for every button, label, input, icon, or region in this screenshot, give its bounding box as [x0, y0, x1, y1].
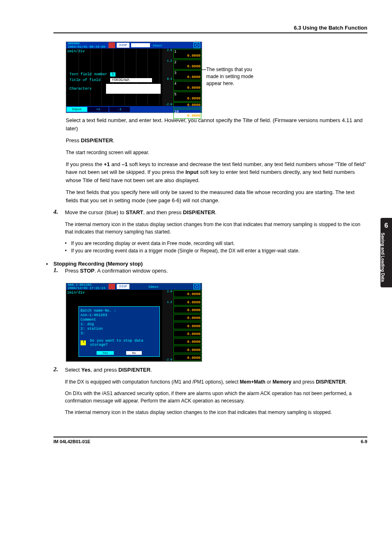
text-plusminus: If you press the +1 and –1 soft keys to …	[66, 160, 367, 185]
step-4: 4. Move the cursor (blue) to START, and …	[53, 208, 367, 254]
footer-page: 6-9	[361, 439, 367, 444]
step-number: 4.	[53, 208, 65, 254]
chapter-tab: 6 Saving and Loading Data	[380, 218, 392, 287]
tf-number-value: 1	[110, 72, 115, 76]
tf-chars-label: Characters	[69, 87, 104, 91]
tf-title-value: YOKOGAWA	[110, 78, 152, 82]
tf-title-label: Title of field	[69, 78, 108, 82]
heading-stopping-recording: • Stopping Recording (Memory stop)	[46, 261, 367, 267]
disp-pill: DISP	[117, 43, 129, 48]
footer-doc-id: IM 04L42B01-01E	[53, 439, 90, 444]
tf-number-label: Text field number	[69, 72, 108, 76]
device-screenshot-stop-confirm: AAA-1-001203 2008/12/03 17:15:24 DISP 59…	[66, 283, 202, 362]
softkey-minus1[interactable]: -1	[109, 107, 130, 112]
tf-chars-input	[106, 84, 161, 94]
device-screenshot-text-field: 000000 2008/01/01 00:16:08 DISP 1hour 1m…	[66, 42, 202, 113]
status-icon	[108, 284, 115, 289]
text-press-disp: Press DISP/ENTER.	[66, 136, 367, 145]
level-bar	[131, 43, 150, 47]
stop-step2-as1: On DXs with the /AS1 advanced security o…	[65, 390, 367, 405]
step4-bullet2: If you are recording event data in a tri…	[71, 247, 300, 254]
yes-button[interactable]: Yes	[97, 351, 114, 355]
callout-settings-appear: The settings that you made in setting mo…	[206, 66, 264, 87]
step4-bullet1: If you are recording display or event da…	[71, 240, 235, 247]
record-icon	[194, 42, 200, 48]
stop-step2-icon: The internal memory icon in the status d…	[65, 409, 367, 416]
text-select-tf: Select a text field number, and enter te…	[66, 116, 367, 132]
disp-pill: DISP	[117, 284, 129, 289]
stop-dialog: Batch name-No. : AAA-1-001203 Comment 1:…	[78, 306, 160, 357]
section-heading: 6.3 Using the Batch Function	[53, 25, 367, 31]
header-rule	[53, 32, 367, 33]
page-footer: IM 04L42B01-01E 6-9	[53, 437, 367, 444]
stop-step-1: 1. Press STOP. A confirmation window ope…	[53, 267, 367, 279]
stop-step-2: 2. Select Yes, and press DISP/ENTER. If …	[53, 366, 367, 420]
status-icon	[108, 42, 115, 48]
stop-dialog-text: Do you want to stop data storage?	[90, 339, 158, 347]
softkey-plus1[interactable]: +1	[88, 107, 108, 112]
warning-icon	[81, 340, 86, 345]
text-fields-saved: The text fields that you specify here wi…	[66, 188, 367, 204]
no-button[interactable]: No	[126, 351, 142, 355]
ss1-top-date: 2008/01/01 00:16:08	[68, 45, 105, 49]
record-icon	[194, 284, 200, 289]
top-time: 1hour	[152, 44, 162, 47]
softkey-input[interactable]: Input	[67, 107, 87, 112]
step4-desc: The internal memory icon in the status d…	[65, 221, 367, 236]
text-start-screen: The start recording screen will appear.	[66, 149, 367, 156]
